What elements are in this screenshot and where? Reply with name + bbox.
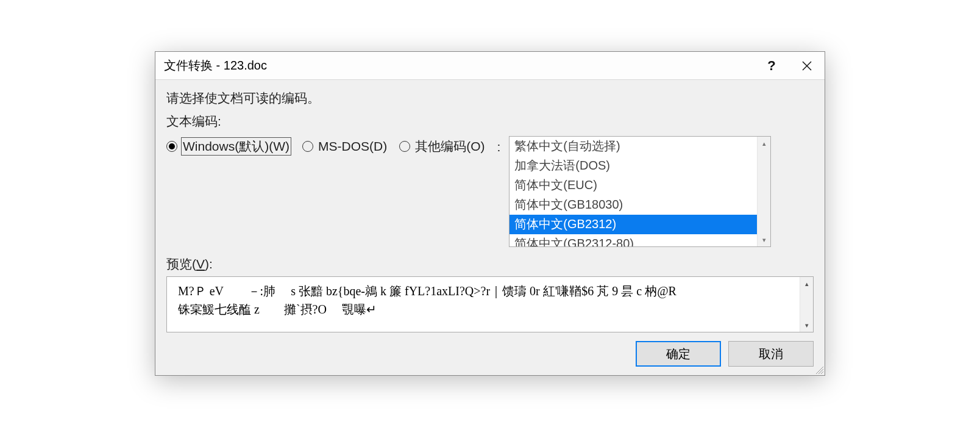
cancel-button[interactable]: 取消 [728,341,814,367]
encoding-listbox[interactable]: 繁体中文(自动选择) 加拿大法语(DOS) 简体中文(EUC) 简体中文(GB1… [509,136,771,247]
radio-windows-label: Windows(默认)(W) [181,137,291,156]
preview-text: M?Ｐ eV －:肺 s 张黯 bz{bqe-鶁 k 簾 fYL?1axLI?Q… [167,277,800,332]
radio-icon [166,141,177,152]
svg-line-4 [821,371,823,374]
colon: : [497,138,501,154]
dialog-footer: 确定 取消 [155,332,825,375]
scroll-up-icon[interactable]: ▴ [800,277,813,290]
encoding-row: Windows(默认)(W) MS-DOS(D) 其他编码(O) : [166,136,814,247]
preview-label: 预览(V): [166,256,814,273]
list-item[interactable]: 简体中文(GB2312-80) [510,234,757,246]
dialog-content: 请选择使文档可读的编码。 文本编码: Windows(默认)(W) MS-DOS… [155,80,825,332]
preview-box: M?Ｐ eV －:肺 s 张黯 bz{bqe-鶁 k 簾 fYL?1axLI?Q… [166,276,814,332]
resize-grip-icon [814,364,823,374]
svg-line-3 [818,369,823,374]
scroll-up-icon[interactable]: ▴ [758,137,770,150]
radio-icon [399,141,410,152]
prompt-text: 请选择使文档可读的编码。 [166,90,814,107]
close-button[interactable] [789,52,825,80]
radio-other-label: 其他编码(O) [414,138,486,155]
resize-grip[interactable] [814,364,823,374]
list-item[interactable]: 简体中文(GB2312) [510,215,757,234]
titlebar: 文件转换 - 123.doc ? [155,52,825,80]
list-item[interactable]: 加拿大法语(DOS) [510,156,757,176]
scroll-down-icon[interactable]: ▾ [800,318,813,332]
close-icon [802,61,812,71]
encoding-list-items: 繁体中文(自动选择) 加拿大法语(DOS) 简体中文(EUC) 简体中文(GB1… [510,137,757,246]
radio-other[interactable]: 其他编码(O) [399,138,486,155]
listbox-scrollbar[interactable]: ▴ ▾ [757,137,770,246]
radio-icon [302,141,313,152]
ok-button[interactable]: 确定 [636,341,721,367]
file-conversion-dialog: 文件转换 - 123.doc ? 请选择使文档可读的编码。 文本编码: Wind… [155,51,825,376]
list-item[interactable]: 简体中文(EUC) [510,176,757,195]
radio-windows[interactable]: Windows(默认)(W) [166,137,291,156]
radio-msdos[interactable]: MS-DOS(D) [302,139,388,154]
help-button[interactable]: ? [754,52,789,80]
encoding-label: 文本编码: [166,113,814,130]
dialog-title: 文件转换 - 123.doc [164,57,754,74]
radio-msdos-label: MS-DOS(D) [317,139,388,154]
list-item[interactable]: 简体中文(GB18030) [510,195,757,215]
list-item[interactable]: 繁体中文(自动选择) [510,137,757,156]
encoding-radios: Windows(默认)(W) MS-DOS(D) 其他编码(O) : [166,136,505,156]
preview-scrollbar[interactable]: ▴ ▾ [800,277,813,332]
scroll-down-icon[interactable]: ▾ [758,233,770,246]
